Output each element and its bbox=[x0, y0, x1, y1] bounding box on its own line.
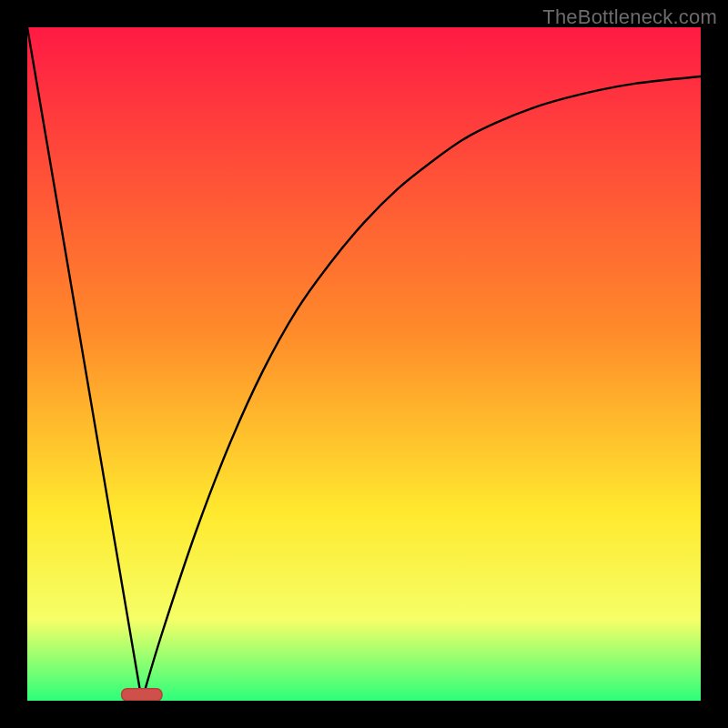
chart-frame: TheBottleneck.com bbox=[0, 0, 728, 728]
minimum-marker bbox=[122, 689, 162, 701]
bottleneck-chart bbox=[27, 27, 701, 701]
watermark-text: TheBottleneck.com bbox=[542, 5, 717, 29]
gradient-bg bbox=[27, 27, 701, 701]
